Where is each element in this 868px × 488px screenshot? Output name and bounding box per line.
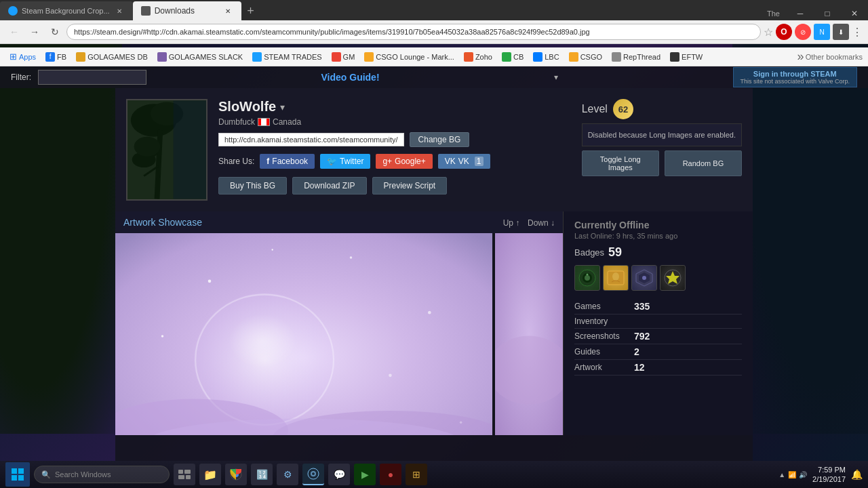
bookmark-apps[interactable]: ⊞ Apps bbox=[5, 50, 40, 63]
steam-button[interactable] bbox=[302, 464, 324, 485]
multi-app-button[interactable]: ⊞ bbox=[406, 464, 427, 485]
more-icon[interactable]: ⋮ bbox=[852, 26, 863, 39]
bookmark-golaslack[interactable]: GOLAGAMES SLACK bbox=[153, 51, 247, 63]
subtitle-text: Dumbfuck bbox=[218, 117, 255, 127]
unknown-app-1[interactable]: ⚙ bbox=[277, 464, 298, 485]
close-button[interactable]: ✕ bbox=[841, 7, 868, 20]
tw-icon: 🐦 bbox=[327, 157, 337, 166]
tab-steam[interactable]: Steam Background Crop... ✕ bbox=[0, 1, 133, 20]
disabled-text: Disabled because Long Images are enabled… bbox=[588, 131, 736, 139]
showcase-image-main bbox=[115, 233, 492, 435]
filter-input[interactable] bbox=[38, 70, 146, 85]
tab-close-steam[interactable]: ✕ bbox=[114, 5, 125, 16]
forward-button[interactable]: → bbox=[26, 23, 43, 41]
bookmark-steamtrades[interactable]: STEAM TRADES bbox=[248, 51, 326, 63]
up-button[interactable]: Up ↑ bbox=[503, 218, 520, 228]
svg-rect-36 bbox=[178, 470, 183, 474]
share-twitter-button[interactable]: 🐦 Twitter bbox=[320, 154, 370, 169]
back-button[interactable]: ← bbox=[5, 23, 23, 41]
lbc-favicon bbox=[533, 52, 542, 62]
fb-icon: f bbox=[267, 157, 269, 166]
video-guide-dropdown[interactable]: ▾ bbox=[554, 73, 558, 82]
buy-bg-button[interactable]: Buy This BG bbox=[218, 177, 287, 195]
file-explorer-button[interactable]: 📁 bbox=[199, 464, 221, 485]
avatar-box bbox=[126, 99, 208, 201]
green-app-button[interactable]: ▶ bbox=[354, 464, 376, 485]
adblock-icon[interactable]: ⊘ bbox=[795, 24, 811, 40]
down-button[interactable]: Down ↓ bbox=[528, 218, 555, 228]
bookmark-eftw[interactable]: EFTW bbox=[666, 51, 707, 63]
preview-script-button[interactable]: Preview Script bbox=[372, 177, 448, 195]
bookmark-csgo2[interactable]: CSGO bbox=[565, 51, 606, 63]
svg-point-15 bbox=[161, 335, 163, 337]
bookmark-cb[interactable]: CB bbox=[498, 51, 528, 63]
badge-icons bbox=[574, 265, 742, 291]
change-bg-button[interactable]: Change BG bbox=[410, 132, 470, 147]
star-icon[interactable]: ☆ bbox=[764, 26, 773, 39]
username-dropdown-icon[interactable]: ▾ bbox=[280, 102, 285, 113]
svg-point-14 bbox=[428, 311, 431, 314]
bookmark-rep[interactable]: RepThread bbox=[608, 51, 665, 63]
bookmark-gm[interactable]: GM bbox=[328, 51, 359, 63]
golagames-favicon bbox=[76, 52, 85, 62]
start-button[interactable] bbox=[5, 462, 30, 487]
profile-info: SloWolfe ▾ Dumbfuck Canada http://cdn.ak… bbox=[218, 99, 571, 201]
profile-section: SloWolfe ▾ Dumbfuck Canada http://cdn.ak… bbox=[115, 88, 753, 211]
stat-screenshots: Screenshots 792 bbox=[574, 329, 742, 344]
task-view-button[interactable] bbox=[174, 464, 195, 485]
bookmark-zoho[interactable]: Zoho bbox=[460, 51, 496, 63]
eftw-favicon bbox=[670, 52, 679, 62]
filter-label: Filter: bbox=[11, 73, 31, 82]
bookmark-lbc[interactable]: LBC bbox=[529, 51, 563, 63]
share-facebook-button[interactable]: f Facebook bbox=[260, 154, 315, 169]
chrome-icon bbox=[230, 468, 242, 481]
bookmark-fb[interactable]: f FB bbox=[41, 51, 71, 63]
svg-point-44 bbox=[312, 472, 315, 475]
stats-section: Games 335 Inventory Screenshots 792 Guid… bbox=[574, 299, 742, 375]
tab-close-downloads[interactable]: ✕ bbox=[222, 5, 233, 16]
share-googleplus-button[interactable]: g+ Google+ bbox=[376, 154, 432, 169]
address-icons: ☆ O ⊘ N ⬇ ⋮ bbox=[764, 24, 863, 40]
download-zip-button[interactable]: Download ZIP bbox=[292, 177, 366, 195]
toggle-long-images-button[interactable]: Toggle Long Images bbox=[582, 150, 659, 176]
taskbar-search-bar[interactable]: 🔍 Search Windows bbox=[34, 466, 170, 483]
chat-button[interactable]: 💬 bbox=[328, 464, 350, 485]
notification-icon[interactable]: 🔔 bbox=[851, 469, 863, 480]
tab-downloads[interactable]: Downloads ✕ bbox=[133, 1, 241, 20]
url-input[interactable] bbox=[66, 24, 761, 40]
rep-favicon bbox=[612, 52, 621, 62]
opera-icon[interactable]: O bbox=[776, 24, 792, 40]
chrome-button[interactable] bbox=[225, 464, 247, 485]
minimize-button[interactable]: ─ bbox=[787, 7, 814, 20]
video-guide-link[interactable]: Video Guide! bbox=[321, 72, 379, 83]
sign-in-button[interactable]: Sign in through STEAM This site not asso… bbox=[733, 67, 857, 87]
refresh-button[interactable]: ↻ bbox=[46, 23, 64, 41]
level-label: Level bbox=[582, 103, 608, 115]
random-bg-button[interactable]: Random BG bbox=[665, 150, 742, 176]
more-bookmarks-button[interactable]: » bbox=[797, 49, 804, 64]
offline-text: Currently Offline bbox=[574, 220, 742, 230]
stat-inventory: Inventory bbox=[574, 314, 742, 329]
svg-rect-22 bbox=[495, 233, 563, 435]
red-app-button[interactable]: ● bbox=[380, 464, 401, 485]
bg-url-display: http://cdn.akamai.steamstatic.com/steamc… bbox=[218, 133, 404, 146]
stat-guides: Guides 2 bbox=[574, 344, 742, 360]
maximize-button[interactable]: □ bbox=[814, 7, 841, 20]
apps-icon: ⊞ bbox=[9, 52, 17, 62]
svg-point-29 bbox=[612, 272, 619, 281]
other-bookmarks-label[interactable]: Other bookmarks bbox=[806, 53, 863, 61]
canada-flag bbox=[258, 118, 270, 126]
svg-rect-37 bbox=[184, 470, 191, 474]
tray-network: 📶 bbox=[788, 471, 796, 479]
ext-icon-1[interactable]: N bbox=[814, 24, 830, 40]
calculator-button[interactable]: 🔢 bbox=[251, 464, 273, 485]
share-vk-button[interactable]: VK VK 1 bbox=[438, 154, 490, 169]
bookmark-csgo[interactable]: CSGO Lounge - Mark... bbox=[360, 51, 458, 63]
golaslack-favicon bbox=[157, 52, 167, 62]
ext-icon-2[interactable]: ⬇ bbox=[833, 24, 849, 40]
tab-bar: Steam Background Crop... ✕ Downloads ✕ +… bbox=[0, 0, 868, 20]
new-tab-button[interactable]: + bbox=[241, 1, 260, 20]
bookmark-golagames[interactable]: GOLAGAMES DB bbox=[72, 51, 152, 63]
games-value: 335 bbox=[634, 301, 650, 312]
tray-expand[interactable]: ▲ bbox=[778, 471, 785, 479]
